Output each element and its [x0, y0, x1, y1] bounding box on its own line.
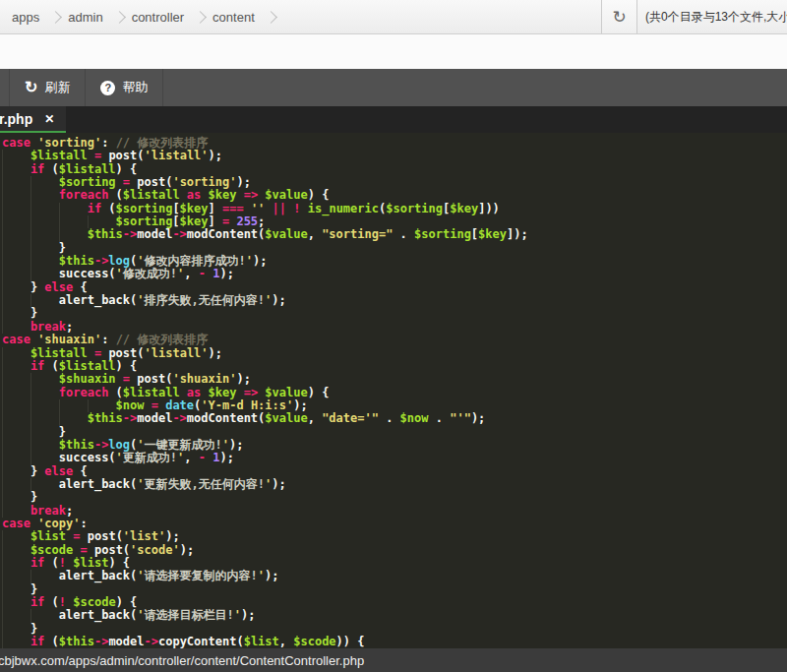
code-line: $list = post('list'); — [2, 530, 787, 543]
code-line: if ($listall) { — [2, 360, 787, 373]
code-line: if ($this->model->copyContent($list, $sc… — [2, 636, 787, 648]
help-button-label: 帮助 — [122, 79, 148, 96]
code-line: case 'copy': — [2, 518, 787, 530]
chevron-right-icon — [113, 11, 126, 24]
code-line: if ($listall) { — [2, 163, 787, 176]
code-line: } else { — [2, 281, 787, 294]
code-line: $listall = post('listall'); — [2, 150, 787, 162]
chevron-right-icon — [194, 11, 207, 24]
refresh-button[interactable]: ↻ 刷新 — [9, 69, 86, 106]
breadcrumb-item-controller[interactable]: controller — [126, 10, 196, 25]
code-line: if ($sorting[$key] === '' || ! is_numeri… — [2, 203, 787, 215]
code-line: } — [2, 307, 787, 320]
help-button[interactable]: ? 帮助 — [86, 69, 163, 106]
chevron-right-icon — [49, 11, 62, 24]
tab-contentcontroller-php[interactable]: r.php ✕ — [0, 106, 66, 133]
breadcrumb-bar: apps admin controller content ↻ (共0个目录与1… — [0, 0, 787, 34]
breadcrumb-item-content[interactable]: content — [207, 10, 267, 25]
code-line: alert_back('排序失败,无任何内容!'); — [2, 294, 787, 307]
code-line: foreach ($listall as $key => $value) { — [2, 387, 787, 399]
code-line: $this->model->modContent($value, "date='… — [2, 412, 787, 425]
code-line: } — [2, 491, 787, 504]
code-line: $this->log('一键更新成功!'); — [2, 439, 787, 452]
code-line: } — [2, 426, 787, 439]
refresh-icon: ↻ — [25, 80, 37, 95]
code-line: $scode = post('scode'); — [2, 544, 787, 557]
code-line: $now = date('Y-m-d H:i:s'); — [2, 399, 787, 412]
code-line: break; — [2, 505, 787, 518]
breadcrumb-item-apps[interactable]: apps — [6, 10, 51, 25]
code-line: } — [2, 583, 787, 596]
refresh-button-label: 刷新 — [44, 79, 70, 96]
editor-toolbar: ↻ 刷新 ? 帮助 — [0, 69, 787, 106]
code-line: case 'sorting': // 修改列表排序 — [2, 137, 787, 150]
code-line: $shuaxin = post('shuaxin'); — [2, 373, 787, 386]
close-tab-icon[interactable]: ✕ — [44, 112, 54, 126]
tab-label: r.php — [0, 111, 32, 127]
code-line: $sorting = post('sorting'); — [2, 176, 787, 189]
code-line: if (! $scode) { — [2, 596, 787, 609]
code-line: } — [2, 623, 787, 636]
spacer-strip — [0, 34, 787, 69]
refresh-icon: ↻ — [612, 7, 626, 28]
breadcrumb: apps admin controller content — [0, 0, 601, 33]
code-line: $this->model->modContent($value, "sortin… — [2, 228, 787, 241]
code-line: case 'shuaxin': // 修改列表排序 — [2, 334, 787, 346]
code-line: alert_back('请选择目标栏目!'); — [2, 609, 787, 622]
code-line: success('更新成功!', - 1); — [2, 452, 787, 464]
code-line: $this->log('修改内容排序成功!'); — [2, 255, 787, 268]
code-line: } else { — [2, 465, 787, 478]
breadcrumb-item-admin[interactable]: admin — [62, 10, 114, 25]
chevron-right-icon — [265, 11, 277, 24]
tab-bar: r.php ✕ — [0, 106, 787, 133]
directory-summary: (共0个目录与13个文件,大小:11 — [637, 0, 787, 33]
code-line: break; — [2, 321, 787, 334]
code-line: foreach ($listall as $key => $value) { — [2, 189, 787, 202]
code-line: $sorting[$key] = 255; — [2, 215, 787, 228]
code-line: alert_back('请选择要复制的内容!'); — [2, 570, 787, 582]
code-editor[interactable]: case 'sorting': // 修改列表排序$listall = post… — [0, 133, 787, 648]
status-bar: cbjbwx.com/apps/admin/controller/content… — [0, 648, 787, 672]
code-line: } — [2, 242, 787, 255]
code-line: if (! $list) { — [2, 557, 787, 570]
code-line: success('修改成功!', - 1); — [2, 268, 787, 280]
help-icon: ? — [100, 81, 115, 95]
refresh-list-button[interactable]: ↻ — [601, 0, 637, 33]
code-line: $listall = post('listall'); — [2, 347, 787, 360]
file-path: cbjbwx.com/apps/admin/controller/content… — [0, 653, 364, 668]
code-line: alert_back('更新失败,无任何内容!'); — [2, 478, 787, 491]
